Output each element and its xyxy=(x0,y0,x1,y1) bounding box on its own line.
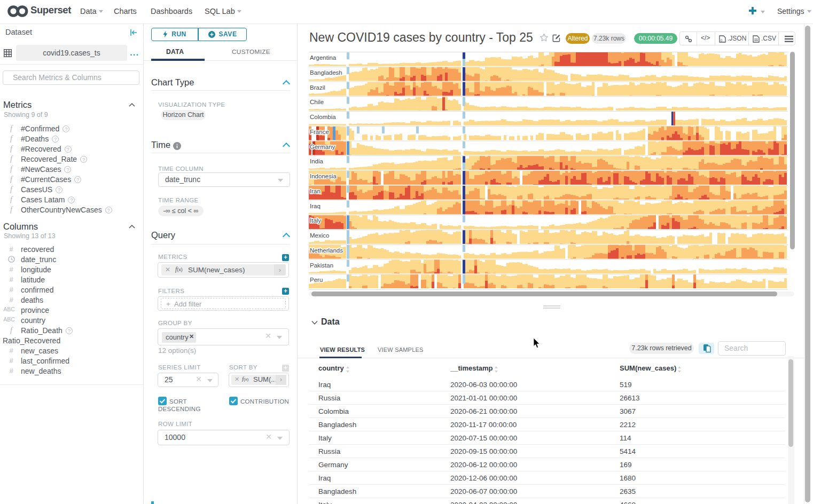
svg-text:Indonesia: Indonesia xyxy=(310,173,337,179)
svg-text:India: India xyxy=(310,158,324,164)
svg-text:Iran: Iran xyxy=(310,188,320,194)
svg-text:Colombia: Colombia xyxy=(310,114,336,120)
svg-text:Argentina: Argentina xyxy=(310,54,337,61)
svg-text:Chile: Chile xyxy=(310,99,324,105)
svg-text:Germany: Germany xyxy=(310,144,335,150)
svg-text:Iraq: Iraq xyxy=(310,203,320,209)
svg-text:Pakistan: Pakistan xyxy=(310,262,333,269)
svg-text:Bangladesh: Bangladesh xyxy=(310,69,342,76)
svg-text:France: France xyxy=(310,129,329,135)
svg-text:Mexico: Mexico xyxy=(310,232,329,239)
svg-text:Netherlands: Netherlands xyxy=(310,247,343,254)
svg-text:Peru: Peru xyxy=(310,277,323,283)
svg-text:{}: {} xyxy=(721,38,723,42)
svg-text:Brazil: Brazil xyxy=(310,84,325,91)
svg-text:Italy: Italy xyxy=(310,217,321,224)
